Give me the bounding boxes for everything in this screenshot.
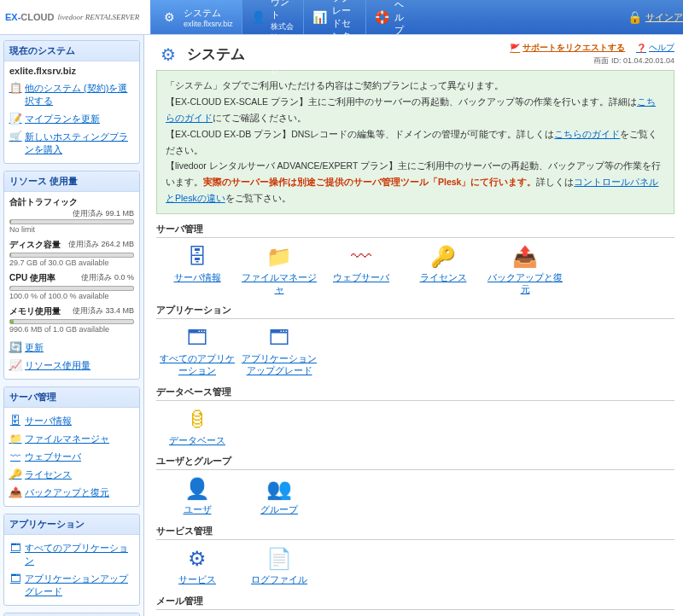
link-更新[interactable]: 🔄更新 xyxy=(9,339,134,357)
tab-sublabel: 株式会社インサイトイメージ xyxy=(271,21,295,77)
help-icon: 🛟 xyxy=(375,8,389,26)
sidebar-icon: 📁 xyxy=(9,433,21,445)
item-データベース[interactable]: 🛢データベース xyxy=(156,406,238,447)
item-icon: 📤 xyxy=(511,243,539,270)
item-バックアップと復元[interactable]: 📤バックアップと復元 xyxy=(484,243,566,295)
main-tabs: ⚙ システムexlite.flxsrv.biz 👤 マイ・アカウント株式会社イン… xyxy=(150,0,417,34)
sidebar-item-バックアップと復元[interactable]: 📤バックアップと復元 xyxy=(9,484,134,502)
sidebar-icon: 🔄 xyxy=(9,341,21,353)
item-icon: 📁 xyxy=(266,243,293,270)
item-label: アプリケーションアップグレード xyxy=(238,353,320,376)
item-icon: 🗔 xyxy=(266,324,293,352)
item-すべてのアプリケーション[interactable]: 🗔すべてのアプリケーション xyxy=(156,324,238,376)
sidebar-icon: 〰 xyxy=(9,450,21,462)
link-select-other-system[interactable]: 📋他のシステム (契約)を選択する xyxy=(9,79,134,110)
item-label: ライセンス xyxy=(420,272,467,284)
sidebar-item-アプリケーションアップグレード[interactable]: 🗔アプリケーションアップグレード xyxy=(9,570,134,601)
user-icon: 👤 xyxy=(251,8,266,26)
panel-current-system: 現在のシステム exlite.flxsrv.biz 📋他のシステム (契約)を選… xyxy=(3,40,140,164)
signin-label: サインア xyxy=(645,11,683,24)
resource-used: 使用済み 99.1 MB xyxy=(73,208,134,219)
section-items: 👤ユーザ👥グループ xyxy=(156,475,674,516)
section-メール管理: メール管理✉メールサーバ📬メールボックス↪メール転送😈スパムフィルタ xyxy=(156,595,674,616)
section-title: データベース管理 xyxy=(156,386,674,401)
item-ファイルマネージャ[interactable]: 📁ファイルマネージャ xyxy=(238,243,320,295)
section-title: サーバ管理 xyxy=(156,223,674,238)
link-guide-2[interactable]: こちらのガイド xyxy=(554,129,620,139)
item-icon: ⚙ xyxy=(184,545,211,572)
sidebar-item-ウェブサーバ[interactable]: 〰ウェブサーバ xyxy=(9,448,134,466)
item-label: グループ xyxy=(260,504,298,516)
resource-label: ディスク容量 xyxy=(9,240,61,249)
section-アプリケーション: アプリケーション🗔すべてのアプリケーション🗔アプリケーションアップグレード xyxy=(156,304,674,376)
sidebar: 現在のシステム exlite.flxsrv.biz 📋他のシステム (契約)を選… xyxy=(0,35,144,616)
resource-sub: No limit xyxy=(9,225,134,234)
resource-used: 使用済み 33.4 MB xyxy=(73,305,134,317)
resource-sub: 29.7 GB of 30.0 GB available xyxy=(9,259,134,267)
sidebar-item-ファイルマネージャ[interactable]: 📁ファイルマネージャ xyxy=(9,430,134,448)
item-icon: 〰 xyxy=(347,243,375,270)
item-ユーザ[interactable]: 👤ユーザ xyxy=(156,475,238,516)
panel-title: リソース 使用量 xyxy=(4,171,139,192)
section-items: 🗄サーバ情報📁ファイルマネージャ〰ウェブサーバ🔑ライセンス📤バックアップと復元 xyxy=(156,243,674,295)
logo-area: EX-CLOUD livedoor RENTALSERVER xyxy=(0,0,150,34)
signin-link[interactable]: 🔒サインア xyxy=(417,0,683,34)
panel-サーバ管理: サーバ管理🗄サーバ情報📁ファイルマネージャ〰ウェブサーバ🔑ライセンス📤バックアッ… xyxy=(3,386,140,507)
item-label: サーバ情報 xyxy=(174,272,221,284)
logo-excloud: EX-CLOUD xyxy=(5,12,54,22)
sidebar-item-サーバ情報[interactable]: 🗄サーバ情報 xyxy=(9,412,134,430)
sidebar-item-ライセンス[interactable]: 🔑ライセンス xyxy=(9,466,134,484)
sidebar-icon: 🗄 xyxy=(9,415,21,427)
resource-row: CPU 使用率使用済み 0.0 %100.0 % of 100.0 % avai… xyxy=(9,272,134,300)
link-リソース使用量[interactable]: 📈リソース使用量 xyxy=(9,357,134,375)
item-サーバ情報[interactable]: 🗄サーバ情報 xyxy=(156,243,238,295)
page-title: システム xyxy=(187,44,245,64)
tab-label: マイ・アカウント xyxy=(271,0,289,20)
link-buy-plan[interactable]: 🛒新しいホスティングプランを購入 xyxy=(9,128,134,159)
item-label: データベース xyxy=(169,435,225,447)
tab-label: システム xyxy=(184,8,221,18)
page-header: ⚙ システム 🚩サポートをリクエストする ❓ヘルプ 画面 ID: 01.04.2… xyxy=(156,42,674,67)
flag-icon: 🚩 xyxy=(510,44,520,53)
section-title: メール管理 xyxy=(156,595,674,610)
section-items: 🛢データベース xyxy=(156,406,674,447)
current-system-name: exlite.flxsrv.biz xyxy=(9,66,134,76)
tab-help[interactable]: 🛟 ヘルプ xyxy=(365,0,417,34)
item-ライセンス[interactable]: 🔑ライセンス xyxy=(402,243,484,295)
resource-sub: 990.6 MB of 1.0 GB available xyxy=(9,325,134,334)
section-サービス管理: サービス管理⚙サービス📄ログファイル xyxy=(156,525,674,586)
progress-bar xyxy=(9,319,134,324)
link-help[interactable]: ❓ヘルプ xyxy=(636,42,674,54)
progress-bar xyxy=(9,253,134,258)
info-box: 「システム」タブでご利用いただける内容はご契約プランによって異なります。 【EX… xyxy=(156,70,674,214)
sidebar-item-すべてのアプリケーション[interactable]: 🗔すべてのアプリケーション xyxy=(9,539,134,570)
link-update-plan[interactable]: 📝マイプランを更新 xyxy=(9,110,134,128)
item-icon: 📄 xyxy=(266,545,293,572)
section-items: 🗔すべてのアプリケーション🗔アプリケーションアップグレード xyxy=(156,324,674,376)
item-icon: 🔑 xyxy=(429,243,457,270)
progress-bar xyxy=(9,219,134,224)
tab-myaccount[interactable]: 👤 マイ・アカウント株式会社インサイトイメージ xyxy=(242,0,303,34)
section-ユーザとグループ: ユーザとグループ👤ユーザ👥グループ xyxy=(156,455,674,516)
progress-bar xyxy=(9,286,134,291)
chart-icon: 📊 xyxy=(312,8,327,26)
item-サービス[interactable]: ⚙サービス xyxy=(156,545,238,586)
item-label: すべてのアプリケーション xyxy=(156,353,238,376)
info-line: 【livedoor レンタルサーバ ADVANCE/EXPERT プラン】主にご… xyxy=(166,158,665,206)
resource-used: 使用済み 0.0 % xyxy=(81,272,134,283)
item-アプリケーションアップグレード[interactable]: 🗔アプリケーションアップグレード xyxy=(238,324,320,376)
main: ⚙ システム 🚩サポートをリクエストする ❓ヘルプ 画面 ID: 01.04.2… xyxy=(144,35,683,616)
item-label: サービス xyxy=(178,574,216,586)
item-グループ[interactable]: 👥グループ xyxy=(238,475,320,516)
logo-livedoor: livedoor RENTALSERVER xyxy=(57,13,139,21)
item-ログファイル[interactable]: 📄ログファイル xyxy=(238,545,320,586)
item-ウェブサーバ[interactable]: 〰ウェブサーバ xyxy=(320,243,402,295)
tab-system[interactable]: ⚙ システムexlite.flxsrv.biz xyxy=(150,0,242,34)
sidebar-icon: 🔑 xyxy=(9,468,21,480)
panel-title: アプリケーション xyxy=(4,514,139,535)
link-request-support[interactable]: 🚩サポートをリクエストする xyxy=(510,42,625,54)
resource-label: CPU 使用率 xyxy=(9,273,55,282)
tab-upgrade[interactable]: 📊 アップグレードセンター xyxy=(303,0,365,34)
panel-アプリケーション: アプリケーション🗔すべてのアプリケーション🗔アプリケーションアップグレード xyxy=(3,514,140,606)
resource-used: 使用済み 264.2 MB xyxy=(68,239,134,250)
